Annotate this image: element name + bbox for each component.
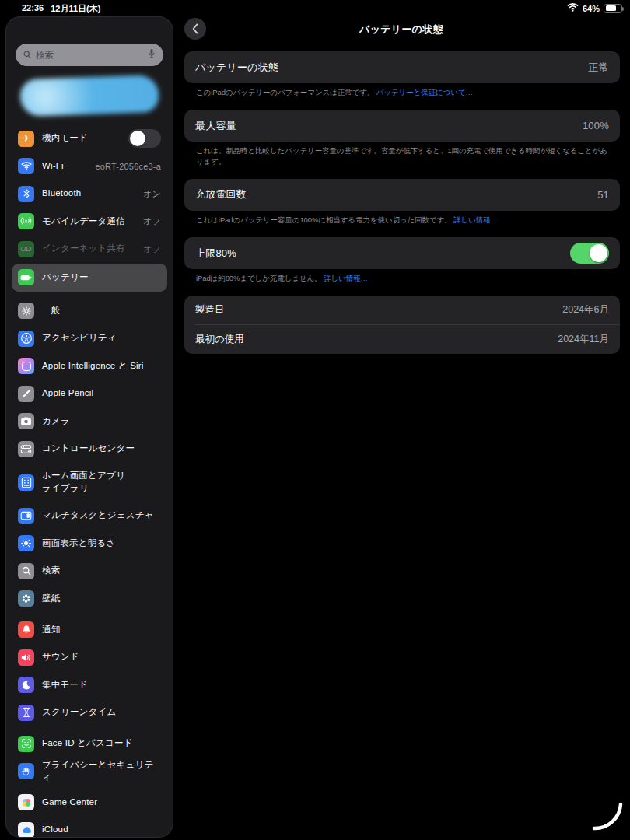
page-title: バッテリーの状態 xyxy=(173,23,630,37)
charge-limit-learn-more-link[interactable]: 詳しい情報… xyxy=(324,274,368,282)
home-screen-icon xyxy=(18,474,34,491)
battery-health-value: 正常 xyxy=(589,61,609,75)
screen-corner-glare xyxy=(589,797,626,835)
sidebar-item-camera[interactable]: カメラ xyxy=(12,410,167,433)
sidebar-item-display-brightness[interactable]: 画面表示と明るさ xyxy=(12,532,167,555)
charge-limit-footer: iPadは約80%までしか充電しません。 詳しい情報… xyxy=(184,269,620,283)
microphone-icon[interactable] xyxy=(147,48,156,62)
airplane-mode-toggle[interactable] xyxy=(128,129,161,148)
wifi-network-name: eoRT-2056ce3-a xyxy=(95,162,161,171)
icloud-icon xyxy=(18,822,34,838)
max-capacity-label: 最大容量 xyxy=(195,119,236,133)
sidebar-item-privacy-security[interactable]: プライバシーとセキュリティ xyxy=(12,760,167,783)
display-brightness-icon xyxy=(18,535,34,551)
max-capacity-row: 最大容量 100% xyxy=(184,110,620,142)
gear-icon xyxy=(18,303,34,319)
multitasking-icon xyxy=(18,508,34,524)
hourglass-icon xyxy=(18,705,34,721)
sidebar-item-search[interactable]: 検索 xyxy=(12,559,167,583)
status-battery-percent: 64% xyxy=(583,4,600,13)
mobile-data-state: オフ xyxy=(143,215,161,227)
max-capacity-card: 最大容量 100% xyxy=(184,110,620,142)
sidebar-item-icloud[interactable]: iCloud xyxy=(12,818,167,837)
sidebar-item-home-screen[interactable]: ホーム画面とアプリ ライブラリ xyxy=(12,465,167,500)
sidebar-item-sounds[interactable]: サウンド xyxy=(12,646,167,669)
camera-icon xyxy=(18,413,34,429)
sidebar-item-internet-sharing[interactable]: インターネット共有 オフ xyxy=(12,237,167,261)
charge-limit-card: 上限80% xyxy=(184,237,620,269)
sidebar-item-apple-intelligence-siri[interactable]: Apple Intelligence と Siri xyxy=(12,355,167,378)
redacted-account-name xyxy=(19,75,159,117)
sidebar-item-battery[interactable]: バッテリー xyxy=(12,264,167,292)
battery-health-content: バッテリーの状態 正常 このiPadのバッテリーのパフォーマンスは正常です。 バ… xyxy=(184,51,620,354)
bluetooth-icon xyxy=(18,186,34,202)
sidebar-item-mobile-data[interactable]: モバイルデータ通信 オフ xyxy=(12,210,167,233)
charge-limit-toggle[interactable] xyxy=(570,243,609,264)
sidebar-item-screen-time[interactable]: スクリーンタイム xyxy=(12,701,167,724)
cellular-icon xyxy=(18,213,34,229)
cycle-count-label: 充放電回数 xyxy=(195,187,247,201)
sidebar-item-control-center[interactable]: コントロールセンター xyxy=(12,437,167,460)
airplane-icon: ✈ xyxy=(18,131,34,147)
sidebar-item-notifications[interactable]: 通知 xyxy=(12,618,167,642)
internet-sharing-state: オフ xyxy=(143,243,161,255)
search-icon xyxy=(18,563,34,579)
sidebar-item-general[interactable]: 一般 xyxy=(12,299,167,323)
cycle-count-row: 充放電回数 51 xyxy=(184,179,620,211)
cycle-count-card: 充放電回数 51 xyxy=(184,179,620,211)
manufacture-date-label: 製造日 xyxy=(195,303,225,317)
sidebar-item-focus[interactable]: 集中モード xyxy=(12,674,167,697)
max-capacity-footer: これは、新品時と比較したバッテリー容量の基準です。容量が低下すると、1回の充電で… xyxy=(184,142,620,166)
sidebar-item-apple-pencil[interactable]: Apple Pencil xyxy=(12,382,167,405)
battery-info-card: 製造日 2024年6月 最初の使用 2024年11月 xyxy=(184,296,620,354)
battery-warranty-link[interactable]: バッテリーと保証について… xyxy=(376,88,473,96)
status-time: 22:36 xyxy=(22,3,44,15)
moon-icon xyxy=(18,677,34,693)
screen: 22:36 12月11日(木) 64% ✈ xyxy=(0,0,630,840)
first-use-row: 最初の使用 2024年11月 xyxy=(184,325,620,354)
cycle-count-learn-more-link[interactable]: 詳しい情報… xyxy=(453,215,498,224)
sidebar-item-multitasking[interactable]: マルチタスクとジェスチャ xyxy=(12,504,167,527)
sidebar-item-accessibility[interactable]: アクセシビリティ xyxy=(12,327,167,350)
sidebar-item-face-id-passcode[interactable]: Face ID とパスコード xyxy=(12,732,167,755)
bell-icon xyxy=(18,621,34,638)
sidebar-item-wifi[interactable]: Wi-Fi eoRT-2056ce3-a xyxy=(12,155,167,178)
manufacture-date-row: 製造日 2024年6月 xyxy=(184,296,620,324)
game-center-icon xyxy=(18,794,34,810)
sidebar-search[interactable] xyxy=(16,44,163,66)
settings-sidebar: ✈ 機内モード Wi-Fi eoRT-2056ce3-a Bluetooth オ… xyxy=(6,17,173,837)
sidebar-item-game-center[interactable]: Game Center xyxy=(12,791,167,814)
bluetooth-state: オン xyxy=(143,188,161,200)
battery-health-footer: このiPadのバッテリーのパフォーマンスは正常です。 バッテリーと保証について… xyxy=(184,83,620,97)
apple-account-row[interactable] xyxy=(6,66,173,124)
sidebar-items: ✈ 機内モード Wi-Fi eoRT-2056ce3-a Bluetooth オ… xyxy=(6,127,173,837)
first-use-value: 2024年11月 xyxy=(558,333,609,346)
cycle-count-value: 51 xyxy=(597,189,609,201)
apple-intelligence-icon xyxy=(18,358,34,374)
battery-health-label: バッテリーの状態 xyxy=(195,61,278,75)
control-center-icon xyxy=(18,441,34,457)
charge-limit-row: 上限80% xyxy=(184,237,620,269)
search-icon xyxy=(23,48,32,62)
status-wifi-icon xyxy=(567,3,579,13)
wifi-icon xyxy=(18,158,34,174)
status-date: 12月11日(木) xyxy=(51,3,100,15)
battery-health-row: バッテリーの状態 正常 xyxy=(184,51,620,83)
first-use-label: 最初の使用 xyxy=(195,333,244,346)
status-bar: 22:36 12月11日(木) 64% xyxy=(0,0,630,17)
sidebar-item-airplane-mode[interactable]: ✈ 機内モード xyxy=(12,127,167,150)
battery-health-card: バッテリーの状態 正常 xyxy=(184,51,620,83)
pencil-icon xyxy=(18,386,34,402)
speaker-icon xyxy=(18,649,34,666)
hotspot-icon xyxy=(18,241,34,257)
face-id-icon xyxy=(18,736,34,752)
cycle-count-footer: これはiPadのバッテリー容量の100%に相当する電力を使い切った回数です。 詳… xyxy=(184,211,620,225)
status-battery-icon xyxy=(604,4,622,13)
sidebar-item-wallpaper[interactable]: 壁紙 xyxy=(12,587,167,611)
manufacture-date-value: 2024年6月 xyxy=(562,303,609,317)
wallpaper-icon xyxy=(18,590,34,607)
max-capacity-value: 100% xyxy=(583,120,609,131)
search-input[interactable] xyxy=(36,51,143,60)
battery-icon xyxy=(18,269,34,285)
sidebar-item-bluetooth[interactable]: Bluetooth オン xyxy=(12,182,167,205)
